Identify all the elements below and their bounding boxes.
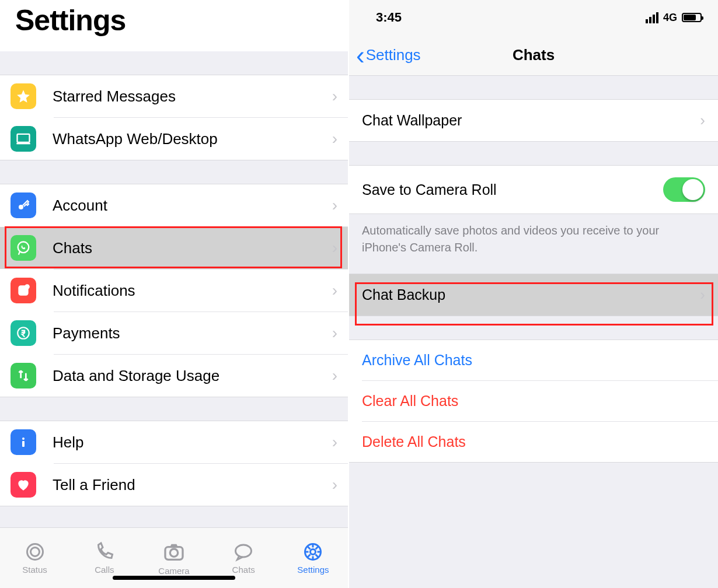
settings-row-starred[interactable]: Starred Messages› bbox=[0, 75, 348, 117]
svg-point-2 bbox=[18, 242, 29, 253]
row-label: WhatsApp Web/Desktop bbox=[53, 130, 332, 148]
row-label: Payments bbox=[53, 324, 332, 342]
tab-status[interactable]: Status bbox=[0, 528, 69, 588]
status-tab-icon bbox=[25, 541, 46, 562]
star-icon bbox=[11, 83, 36, 109]
svg-point-11 bbox=[170, 549, 177, 556]
chats-tab-icon bbox=[232, 541, 255, 562]
archive-all-chats-row[interactable]: Archive All Chats bbox=[349, 340, 718, 380]
settings-group-2: Account›Chats›Notifications›Payments›Dat… bbox=[0, 184, 348, 397]
row-label: Data and Storage Usage bbox=[53, 367, 332, 385]
chevron-right-icon: › bbox=[332, 433, 337, 452]
settings-row-account[interactable]: Account› bbox=[0, 184, 348, 226]
row-label: Starred Messages bbox=[53, 88, 332, 106]
signal-icon bbox=[646, 12, 658, 23]
calls-tab-icon bbox=[94, 541, 115, 562]
save-camera-roll-row: Save to Camera Roll bbox=[349, 166, 718, 214]
svg-point-14 bbox=[311, 550, 316, 555]
chevron-right-icon: › bbox=[332, 130, 337, 148]
settings-row-payments[interactable]: Payments› bbox=[0, 312, 348, 354]
status-indicators: 4G bbox=[646, 12, 702, 24]
chevron-right-icon: › bbox=[700, 286, 705, 304]
status-bar: 3:45 4G bbox=[349, 0, 718, 35]
svg-point-6 bbox=[22, 438, 25, 440]
chat-backup-row[interactable]: Chat Backup › bbox=[349, 274, 718, 316]
chevron-right-icon: › bbox=[700, 111, 705, 130]
row-label: Chats bbox=[53, 239, 332, 257]
status-time: 3:45 bbox=[376, 10, 402, 25]
chat-backup-label: Chat Backup bbox=[362, 286, 700, 303]
tab-settings[interactable]: Settings bbox=[278, 528, 348, 588]
save-camera-roll-switch[interactable] bbox=[663, 177, 705, 202]
delete-all-chats-row[interactable]: Delete All Chats bbox=[349, 422, 718, 462]
settings-row-web[interactable]: WhatsApp Web/Desktop› bbox=[0, 118, 348, 160]
tab-label: Status bbox=[22, 565, 47, 575]
svg-point-12 bbox=[236, 545, 252, 557]
svg-rect-0 bbox=[18, 134, 30, 142]
chevron-right-icon: › bbox=[332, 324, 337, 342]
chevron-right-icon: › bbox=[332, 475, 337, 494]
rupee-icon bbox=[11, 320, 36, 346]
svg-point-1 bbox=[19, 205, 23, 209]
key-icon bbox=[11, 192, 36, 218]
whatsapp-icon bbox=[11, 235, 36, 261]
settings-row-help[interactable]: Help› bbox=[0, 421, 348, 463]
chevron-right-icon: › bbox=[332, 196, 337, 215]
archive-label: Archive All Chats bbox=[362, 352, 705, 369]
svg-point-4 bbox=[25, 284, 30, 289]
heart-icon bbox=[11, 472, 36, 498]
tab-label: Camera bbox=[158, 566, 189, 576]
row-label: Tell a Friend bbox=[53, 476, 332, 494]
svg-point-9 bbox=[30, 548, 39, 556]
chats-settings-screen: 3:45 4G ‹ Settings Chats Chat Wallpaper … bbox=[349, 0, 718, 588]
home-indicator[interactable] bbox=[113, 576, 235, 580]
clear-all-chats-row[interactable]: Clear All Chats bbox=[349, 381, 718, 421]
back-button[interactable]: ‹ Settings bbox=[349, 46, 421, 64]
chat-wallpaper-label: Chat Wallpaper bbox=[362, 112, 700, 129]
chevron-right-icon: › bbox=[332, 87, 337, 106]
settings-tab-icon bbox=[302, 541, 323, 562]
chat-wallpaper-row[interactable]: Chat Wallpaper › bbox=[349, 100, 718, 141]
camera-tab-icon bbox=[162, 540, 186, 564]
battery-icon bbox=[682, 13, 702, 22]
chevron-right-icon: › bbox=[332, 366, 337, 385]
tab-label: Calls bbox=[95, 565, 114, 575]
settings-group-3: Help›Tell a Friend› bbox=[0, 421, 348, 506]
row-label: Notifications bbox=[53, 282, 332, 300]
row-label: Account bbox=[53, 197, 332, 215]
nav-bar: ‹ Settings Chats bbox=[349, 35, 718, 76]
back-label: Settings bbox=[366, 46, 421, 64]
save-group: Save to Camera Roll bbox=[349, 165, 718, 214]
chat-actions-group: Archive All Chats Clear All Chats Delete… bbox=[349, 340, 718, 463]
title-block: Settings bbox=[0, 0, 348, 51]
settings-row-data[interactable]: Data and Storage Usage› bbox=[0, 355, 348, 397]
chevron-right-icon: › bbox=[332, 239, 337, 257]
backup-group: Chat Backup › bbox=[349, 274, 718, 316]
clear-label: Clear All Chats bbox=[362, 393, 705, 410]
svg-rect-7 bbox=[22, 441, 25, 447]
svg-point-8 bbox=[27, 544, 43, 560]
save-description: Automatically save photos and videos you… bbox=[349, 214, 718, 256]
settings-group-1: Starred Messages›WhatsApp Web/Desktop› bbox=[0, 75, 348, 160]
settings-row-notifications[interactable]: Notifications› bbox=[0, 270, 348, 312]
tab-label: Chats bbox=[232, 565, 255, 575]
row-label: Help bbox=[53, 433, 332, 452]
info-icon bbox=[11, 429, 36, 455]
network-label: 4G bbox=[663, 12, 677, 24]
delete-label: Delete All Chats bbox=[362, 433, 705, 450]
wallpaper-group: Chat Wallpaper › bbox=[349, 99, 718, 142]
tab-label: Settings bbox=[297, 565, 329, 575]
chevron-right-icon: › bbox=[332, 281, 337, 300]
settings-screen: Settings Starred Messages›WhatsApp Web/D… bbox=[0, 0, 349, 588]
settings-row-chats[interactable]: Chats› bbox=[0, 227, 348, 269]
settings-row-tell[interactable]: Tell a Friend› bbox=[0, 464, 348, 506]
notification-icon bbox=[11, 278, 36, 303]
data-transfer-icon bbox=[11, 363, 36, 388]
laptop-icon bbox=[11, 126, 36, 152]
page-title: Settings bbox=[15, 4, 333, 37]
save-camera-roll-label: Save to Camera Roll bbox=[362, 181, 663, 198]
